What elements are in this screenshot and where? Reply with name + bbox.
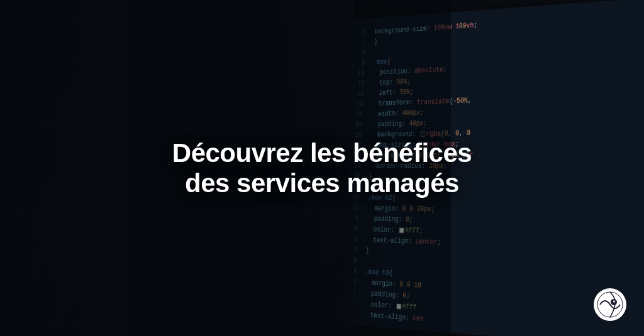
logo-svg xyxy=(596,291,624,318)
heading-line2: des services managés xyxy=(185,168,459,198)
logo-circle xyxy=(594,288,626,321)
page-container: 6 7 8 9 10 11 12 13 14 15 16 17 18 19 20… xyxy=(0,0,644,336)
heading-line1: Découvrez les bénéfices xyxy=(172,138,472,167)
main-heading: Découvrez les bénéfices des services man… xyxy=(102,138,542,198)
logo xyxy=(594,288,626,321)
main-text-block: Découvrez les bénéfices des services man… xyxy=(102,138,542,198)
